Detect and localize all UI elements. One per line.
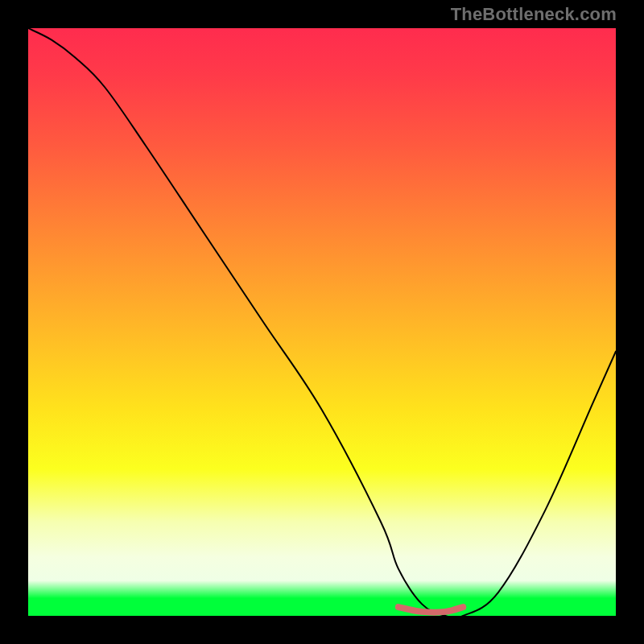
plot-area [28, 28, 616, 616]
bottleneck-curve-path [28, 28, 616, 616]
chart-frame: TheBottleneck.com [0, 0, 644, 644]
optimal-range-marker [398, 607, 463, 613]
bottleneck-curve [28, 28, 616, 616]
chart-svg [28, 28, 616, 616]
optimal-range-marker-path [398, 607, 463, 613]
watermark-text: TheBottleneck.com [451, 4, 617, 25]
